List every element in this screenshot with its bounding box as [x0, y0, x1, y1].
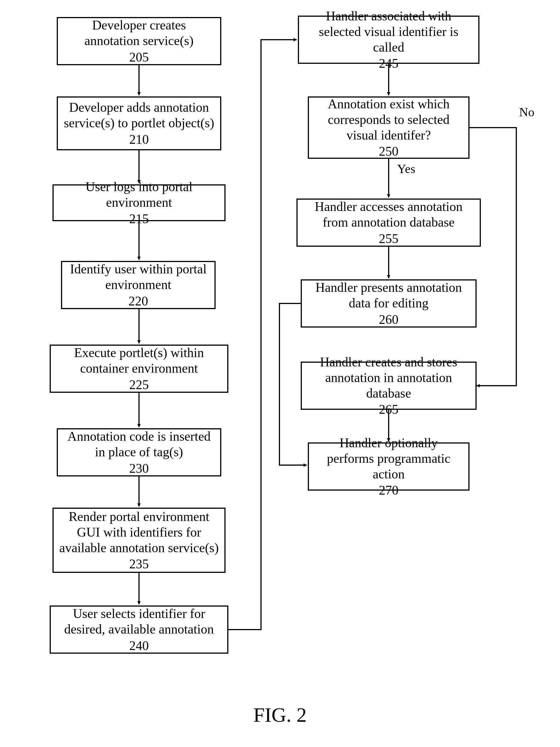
node-250: Annotation exist which corresponds to se… — [308, 97, 469, 159]
node-220-text: Identify user within portal environment — [68, 261, 209, 292]
node-230-text: Annotation code is inserted in place of … — [63, 429, 214, 460]
node-210-num: 210 — [129, 132, 149, 147]
node-245: Handler associated with selected visual … — [298, 16, 479, 64]
node-260-num: 260 — [379, 312, 399, 327]
node-205: Developer creates annotation service(s) … — [57, 17, 221, 65]
node-270-text: Handler optionally performs programmatic… — [314, 435, 463, 482]
node-225-text: Execute portlet(s) within container envi… — [56, 345, 222, 376]
node-255: Handler accesses annotation from annotat… — [297, 199, 481, 247]
node-220-num: 220 — [128, 293, 148, 309]
node-265-num: 265 — [379, 402, 399, 417]
node-265: Handler creates and stores annotation in… — [301, 362, 477, 410]
node-250-num: 250 — [379, 144, 399, 159]
node-220: Identify user within portal environment … — [61, 261, 215, 309]
figure-label: FIG. 2 — [0, 703, 560, 727]
node-215-text: User logs into portal environment — [59, 179, 219, 210]
node-225-num: 225 — [129, 377, 149, 392]
node-215-num: 215 — [129, 211, 149, 227]
node-230: Annotation code is inserted in place of … — [57, 428, 221, 476]
node-240: User selects identifier for desired, ava… — [50, 606, 228, 654]
node-210-text: Developer adds annotation service(s) to … — [63, 100, 214, 131]
node-255-text: Handler accesses annotation from annotat… — [303, 199, 474, 230]
node-245-text: Handler associated with selected visual … — [305, 8, 473, 55]
label-yes: Yes — [397, 162, 415, 176]
node-235-text: Render portal environment GUI with ident… — [59, 509, 219, 556]
node-250-text: Annotation exist which corresponds to se… — [314, 96, 463, 143]
node-230-num: 230 — [129, 461, 149, 476]
node-205-num: 205 — [129, 49, 149, 65]
node-260-text: Handler presents annotation data for edi… — [307, 280, 470, 311]
node-255-num: 255 — [379, 231, 399, 247]
label-no: No — [519, 105, 534, 120]
node-235: Render portal environment GUI with ident… — [52, 508, 226, 573]
node-210: Developer adds annotation service(s) to … — [57, 97, 221, 150]
node-270: Handler optionally performs programmatic… — [308, 442, 469, 491]
node-265-text: Handler creates and stores annotation in… — [307, 354, 470, 401]
node-240-text: User selects identifier for desired, ava… — [56, 606, 222, 637]
node-240-num: 240 — [129, 638, 149, 653]
node-245-num: 245 — [379, 56, 399, 71]
node-235-num: 235 — [129, 556, 149, 572]
node-260: Handler presents annotation data for edi… — [301, 279, 477, 328]
node-215: User logs into portal environment 215 — [52, 184, 226, 221]
node-225: Execute portlet(s) within container envi… — [50, 344, 228, 393]
node-270-num: 270 — [379, 482, 399, 498]
node-205-text: Developer creates annotation service(s) — [63, 17, 214, 49]
